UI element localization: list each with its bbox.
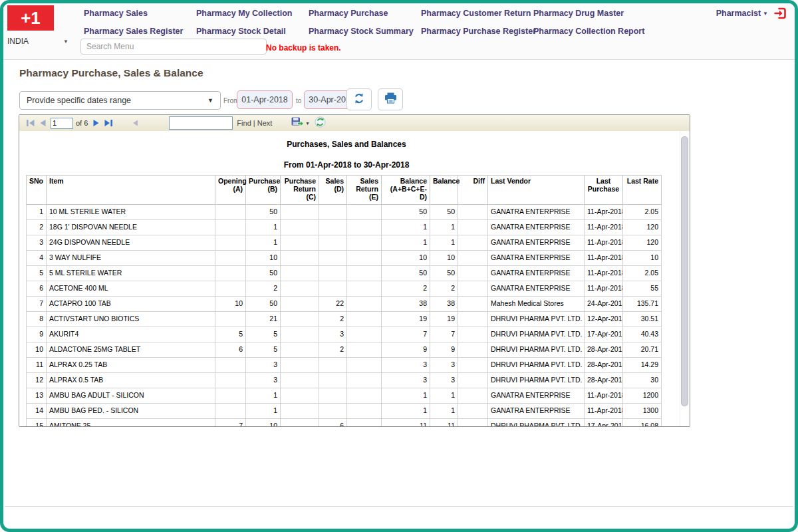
table-cell — [458, 266, 488, 281]
export-caret-icon[interactable]: ▾ — [306, 120, 309, 126]
menu-item[interactable]: Pharmacy Sales Register — [80, 23, 192, 41]
table-cell: 2 — [382, 281, 430, 297]
chevron-down-icon: ▼ — [763, 11, 768, 17]
date-range-select[interactable]: Provide specific dates range ▼ — [19, 91, 221, 110]
table-cell: 14.29 — [623, 358, 662, 373]
table-cell — [458, 297, 488, 312]
report-area: Purchases, Sales and Balances From 01-Ap… — [19, 131, 690, 426]
menu-item[interactable]: Pharmacy Sales — [80, 5, 192, 23]
table-cell: 3 — [319, 327, 347, 342]
menu-item[interactable]: Pharmacy Collection Report — [529, 23, 642, 41]
table-cell: 11-Apr-2018 — [585, 251, 623, 266]
table-cell: 11-Apr-2018 — [585, 281, 623, 297]
menu-item[interactable]: Pharmacy My Collection — [192, 5, 305, 23]
table-cell: 3 — [382, 373, 430, 388]
table-cell — [458, 342, 488, 358]
table-cell: 28-Apr-2018 — [585, 358, 623, 373]
menu-item[interactable]: Pharmacy Purchase Register — [417, 23, 529, 41]
from-date-input[interactable] — [237, 90, 293, 109]
table-cell — [281, 373, 319, 388]
column-header: Diff — [458, 176, 488, 205]
table-cell: GANATRA ENTERPRISE — [488, 220, 585, 235]
table-row: 13AMBU BAG ADULT - SILICON111GANATRA ENT… — [27, 388, 662, 404]
table-cell — [319, 251, 347, 266]
table-cell: 1 — [382, 404, 430, 419]
table-cell: 10 — [623, 251, 662, 266]
table-cell: 5 ML STERILE WATER — [47, 266, 215, 281]
menu-item[interactable]: Pharmacy Drug Master — [529, 5, 642, 23]
last-page-button[interactable] — [102, 117, 114, 129]
refresh-button[interactable] — [346, 88, 372, 110]
app-logo: +1 — [7, 5, 54, 31]
menu-item[interactable]: Pharmacy Stock Detail — [192, 23, 305, 41]
table-cell: AKURIT4 — [47, 327, 215, 342]
table-cell — [281, 327, 319, 342]
column-header: Last Vendor — [488, 176, 585, 205]
table-cell: 5 — [246, 342, 281, 358]
table-cell: 2.05 — [623, 266, 662, 281]
table-cell: 28-Apr-2018 — [585, 342, 623, 358]
find-link[interactable]: Find — [237, 119, 251, 127]
table-cell: 50 — [246, 266, 281, 281]
column-header: Balance — [430, 176, 458, 205]
table-cell: 3 — [382, 358, 430, 373]
table-cell: 9 — [430, 342, 458, 358]
table-cell: 50 — [430, 205, 458, 220]
table-cell — [347, 327, 382, 342]
table-cell: 22 — [319, 297, 347, 312]
menu-item[interactable]: Pharmacy Stock Summary — [305, 23, 417, 41]
find-text-input[interactable] — [169, 116, 233, 130]
logout-icon — [774, 10, 787, 21]
user-menu[interactable]: Pharmacist ▼ — [716, 9, 768, 18]
table-cell: Mahesh Medical Stores — [488, 297, 585, 312]
table-cell: 24-Apr-2018 — [585, 297, 623, 312]
column-header: Sales Return (E) — [347, 176, 382, 205]
table-cell: 11-Apr-2018 — [585, 235, 623, 251]
search-input[interactable] — [80, 39, 267, 55]
table-cell — [319, 388, 347, 404]
print-button[interactable] — [378, 88, 403, 110]
table-cell — [347, 388, 382, 404]
table-cell: 50 — [382, 205, 430, 220]
next-link[interactable]: Next — [257, 119, 273, 127]
table-cell — [319, 235, 347, 251]
table-cell: AMBU BAG PED. - SILICON — [47, 404, 215, 419]
table-cell: 11-Apr-2018 — [585, 266, 623, 281]
next-page-button[interactable] — [90, 117, 102, 129]
page-number-input[interactable] — [51, 118, 73, 129]
table-cell: 50 — [246, 297, 281, 312]
menu-item[interactable]: Pharmacy Purchase — [305, 5, 417, 23]
table-cell: 1 — [382, 235, 430, 251]
table-cell — [347, 297, 382, 312]
table-cell — [347, 312, 382, 327]
table-cell: 6 — [319, 419, 347, 427]
logout-button[interactable] — [774, 7, 787, 22]
report-table: SNoItemOpening (A)Purchase (B)Purchase R… — [26, 175, 662, 426]
table-cell: 1 — [382, 220, 430, 235]
table-cell — [281, 342, 319, 358]
table-cell: 3 — [430, 373, 458, 388]
table-cell: 1 — [430, 220, 458, 235]
export-button[interactable] — [289, 117, 305, 129]
table-cell — [458, 220, 488, 235]
table-cell — [215, 312, 246, 327]
region-selector[interactable]: INDIA ▼ — [7, 37, 68, 46]
scrollbar-thumb[interactable] — [681, 136, 688, 406]
report-refresh-button[interactable] — [314, 117, 326, 129]
printer-icon — [384, 92, 397, 106]
parent-report-button[interactable] — [129, 117, 141, 129]
table-cell: 6 — [215, 342, 246, 358]
backup-warning: No backup is taken. — [266, 43, 341, 53]
table-cell — [281, 205, 319, 220]
table-cell: 2 — [319, 312, 347, 327]
menu-item[interactable]: Pharmacy Customer Return — [417, 5, 529, 23]
report-refresh-icon — [315, 116, 326, 130]
table-cell — [347, 251, 382, 266]
table-row: 8ACTIVSTART UNO BIOTICS2121919DHRUVI PHA… — [27, 312, 662, 327]
first-page-button[interactable] — [25, 117, 37, 129]
previous-page-button[interactable] — [37, 117, 49, 129]
table-cell: 1 — [27, 205, 47, 220]
table-cell: 11-Apr-2018 — [585, 388, 623, 404]
vertical-scrollbar[interactable] — [680, 131, 690, 426]
table-cell — [347, 404, 382, 419]
